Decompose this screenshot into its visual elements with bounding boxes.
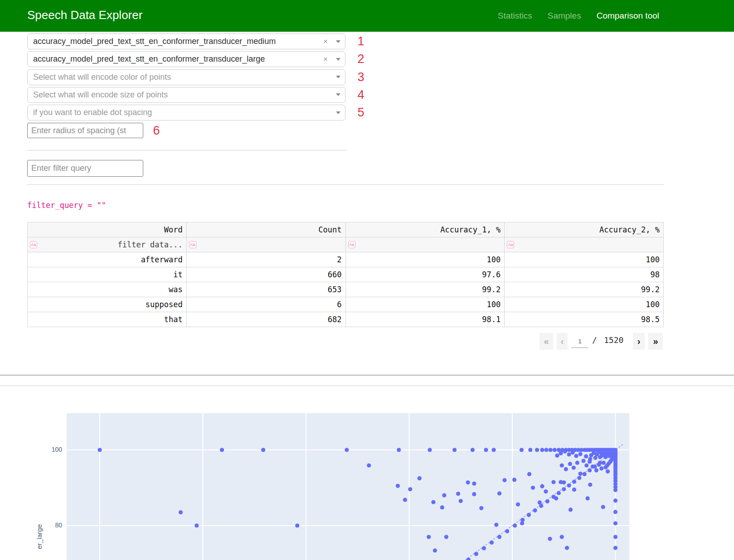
- scatter-point[interactable]: [613, 535, 617, 539]
- scatter-point[interactable]: [562, 487, 566, 491]
- scatter-point[interactable]: [557, 491, 561, 495]
- case-sensitivity-icon[interactable]: Aa: [30, 241, 37, 248]
- scatter-point[interactable]: [403, 498, 407, 502]
- scatter-point[interactable]: [527, 513, 531, 517]
- scatter-point[interactable]: [179, 510, 183, 514]
- dropdown-select-4[interactable]: Select what will encode size of points: [27, 87, 345, 103]
- nav-link-samples[interactable]: Samples: [548, 11, 581, 21]
- scatter-point[interactable]: [584, 463, 588, 468]
- scatter-point[interactable]: [583, 472, 587, 476]
- scatter-point[interactable]: [613, 510, 617, 514]
- scatter-point[interactable]: [535, 448, 539, 452]
- scatter-point[interactable]: [466, 480, 470, 484]
- chevron-down-icon[interactable]: [331, 93, 345, 96]
- dropdown-select-5[interactable]: if you want to enable dot spacing: [27, 105, 345, 121]
- case-sensitivity-icon[interactable]: Aa: [348, 241, 355, 248]
- accuracy-scatter-plot[interactable]: [67, 413, 629, 560]
- chevron-down-icon[interactable]: [331, 58, 345, 61]
- scatter-point[interactable]: [567, 452, 571, 456]
- column-filter-cell[interactable]: Aafilter data...: [28, 237, 187, 252]
- scatter-point[interactable]: [591, 464, 595, 468]
- scatter-point[interactable]: [538, 500, 542, 504]
- scatter-point[interactable]: [578, 472, 583, 476]
- scatter-point[interactable]: [540, 484, 544, 488]
- scatter-point[interactable]: [497, 535, 501, 539]
- scatter-point[interactable]: [572, 488, 576, 492]
- scatter-point[interactable]: [599, 466, 603, 470]
- scatter-point[interactable]: [549, 448, 553, 452]
- scatter-point[interactable]: [581, 459, 585, 463]
- scatter-point[interactable]: [559, 451, 563, 455]
- scatter-point[interactable]: [572, 480, 576, 484]
- column-filter-cell[interactable]: Aa: [505, 237, 664, 252]
- scatter-point[interactable]: [520, 448, 524, 452]
- scatter-point[interactable]: [484, 448, 488, 452]
- scatter-point[interactable]: [545, 499, 549, 503]
- scatter-point[interactable]: [497, 491, 501, 495]
- scatter-point[interactable]: [570, 450, 574, 454]
- filter-query-input[interactable]: [27, 160, 143, 177]
- clear-icon[interactable]: ×: [320, 37, 331, 46]
- scatter-point[interactable]: [408, 487, 412, 491]
- scatter-point[interactable]: [606, 469, 610, 473]
- scatter-point[interactable]: [569, 507, 573, 512]
- last-page-button[interactable]: »: [648, 333, 663, 350]
- scatter-point[interactable]: [345, 448, 349, 452]
- prev-page-button[interactable]: ‹: [557, 333, 568, 350]
- scatter-point[interactable]: [572, 466, 576, 470]
- scatter-point[interactable]: [396, 484, 400, 488]
- scatter-point[interactable]: [474, 552, 478, 556]
- scatter-point[interactable]: [540, 448, 544, 452]
- scatter-point[interactable]: [472, 482, 476, 486]
- scatter-point[interactable]: [397, 448, 401, 452]
- scatter-point[interactable]: [479, 506, 483, 510]
- scatter-point[interactable]: [574, 454, 578, 458]
- scatter-point[interactable]: [564, 467, 568, 471]
- scatter-point[interactable]: [418, 476, 422, 480]
- scatter-point[interactable]: [554, 496, 558, 500]
- scatter-point[interactable]: [562, 480, 566, 484]
- radius-of-spacing-input[interactable]: [27, 123, 143, 138]
- scatter-point[interactable]: [548, 537, 552, 541]
- scatter-point[interactable]: [442, 493, 446, 497]
- scatter-point[interactable]: [588, 468, 592, 472]
- scatter-point[interactable]: [578, 452, 583, 456]
- chevron-down-icon[interactable]: [331, 111, 345, 114]
- next-page-button[interactable]: ›: [633, 333, 645, 350]
- scatter-point[interactable]: [491, 448, 496, 452]
- chevron-down-icon[interactable]: [331, 40, 345, 43]
- scatter-point[interactable]: [456, 492, 460, 496]
- scatter-point[interactable]: [520, 521, 524, 525]
- scatter-point[interactable]: [528, 448, 532, 452]
- scatter-point[interactable]: [194, 523, 199, 527]
- scatter-point[interactable]: [97, 448, 102, 452]
- nav-link-statistics[interactable]: Statistics: [498, 11, 532, 21]
- scatter-point[interactable]: [472, 492, 476, 496]
- dropdown-select-2[interactable]: accuracy_model_pred_text_stt_en_conforme…: [27, 51, 345, 67]
- page-number-input[interactable]: [571, 335, 588, 348]
- scatter-point[interactable]: [567, 483, 571, 488]
- dropdown-select-1[interactable]: accuracy_model_pred_text_stt_en_conforme…: [27, 34, 345, 49]
- scatter-point[interactable]: [531, 486, 535, 490]
- scatter-point[interactable]: [613, 498, 617, 502]
- scatter-point[interactable]: [597, 463, 601, 467]
- scatter-point[interactable]: [577, 476, 581, 480]
- scatter-point[interactable]: [563, 449, 567, 454]
- column-filter-cell[interactable]: Aa: [186, 237, 345, 252]
- scatter-point[interactable]: [502, 478, 506, 482]
- scatter-point[interactable]: [603, 465, 608, 469]
- scatter-point[interactable]: [494, 523, 498, 527]
- scatter-point[interactable]: [533, 508, 537, 512]
- scatter-point[interactable]: [444, 535, 448, 539]
- column-filter-cell[interactable]: Aa: [345, 237, 505, 252]
- scatter-point[interactable]: [428, 448, 432, 452]
- scatter-point[interactable]: [601, 505, 605, 509]
- dropdown-select-3[interactable]: Select what will encode color of points: [27, 69, 345, 85]
- scatter-point[interactable]: [568, 462, 572, 466]
- scatter-point[interactable]: [367, 463, 371, 468]
- scatter-point[interactable]: [427, 535, 431, 539]
- scatter-point[interactable]: [584, 454, 588, 459]
- scatter-point[interactable]: [594, 468, 598, 472]
- scatter-point[interactable]: [588, 457, 592, 461]
- scatter-point[interactable]: [512, 478, 516, 482]
